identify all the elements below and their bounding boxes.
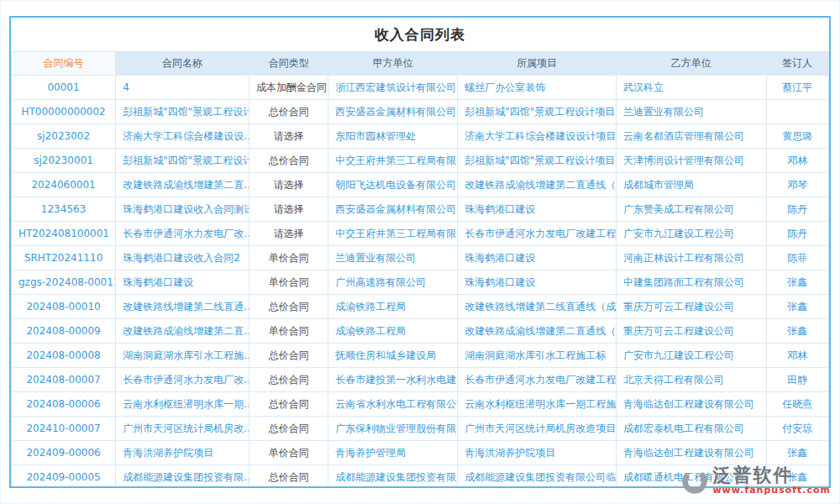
cell-name[interactable]: 彭祖新城"四馆"景观工程设计...	[116, 100, 249, 124]
cell-name[interactable]: 广州市天河区统计局机房改...	[116, 417, 249, 441]
cell-signer: 张鑫	[766, 441, 828, 465]
cell-name[interactable]: 成都能源建设集团投资有限...	[116, 465, 249, 489]
cell-name[interactable]: 湖南洞庭湖水库引水工程施...	[116, 344, 249, 368]
column-header-party_a[interactable]: 甲方单位	[328, 52, 458, 76]
cell-project: 彭祖新城"四馆"景观工程设计项目	[458, 149, 617, 173]
table-header: 合同编号合同名称合同类型甲方单位所属项目乙方单位签订人	[12, 52, 829, 76]
column-header-name[interactable]: 合同名称	[116, 52, 249, 76]
cell-name[interactable]: 改建铁路成渝线增建第二直...	[116, 173, 249, 197]
contract-list-panel: 收入合同列表 合同编号合同名称合同类型甲方单位所属项目乙方单位签订人 00001…	[9, 16, 831, 488]
cell-code[interactable]: 202409-00005	[12, 465, 116, 489]
cell-type: 总价合同	[249, 368, 328, 392]
cell-code[interactable]: HT202408100001	[12, 222, 116, 246]
cell-signer: 陈丹	[766, 197, 828, 222]
cell-name[interactable]: 彭祖新城"四馆"景观工程设计...	[116, 149, 249, 173]
cell-name[interactable]: 长春市伊通河水力发电厂改...	[116, 368, 249, 392]
cell-code[interactable]: 202408-00006	[12, 392, 116, 417]
cell-type: 单价合同	[249, 246, 328, 270]
cell-party_a: 抚顺住房和城乡建设局	[328, 344, 458, 368]
cell-name[interactable]: 4	[116, 76, 249, 100]
cell-type: 请选择	[249, 197, 328, 222]
column-header-code[interactable]: 合同编号	[12, 52, 116, 76]
cell-signer: 田静	[766, 368, 828, 392]
table-row: 202408-00010改建铁路线增建第二线直通...总价合同成渝铁路工程局改建…	[12, 295, 829, 319]
cell-code[interactable]: 202408-00008	[12, 344, 116, 368]
cell-code[interactable]: 202408-00007	[12, 368, 116, 392]
cell-party_b: 云南名都酒店管理有限公司	[616, 124, 766, 149]
cell-party_b: 成都城市管理局	[616, 173, 766, 197]
cell-type: 单价合同	[249, 270, 328, 295]
cell-party_b: 广安市九江建设工程公司	[616, 344, 766, 368]
cell-party_a: 浙江西宏建筑设计有限公司	[328, 76, 458, 100]
table-row: 202409-00005成都能源建设集团投资有限...总价合同成都能源建设集团投…	[12, 465, 829, 489]
cell-signer: 张鑫	[766, 295, 828, 319]
cell-type: 单价合同	[249, 319, 328, 344]
table-row: sj2023002济南大学工科综合楼建设设...请选择东阳市园林管理处济南大学工…	[12, 124, 829, 149]
column-header-party_b[interactable]: 乙方单位	[616, 52, 766, 76]
cell-code[interactable]: 202409-00006	[12, 441, 116, 465]
cell-code[interactable]: 202408-00009	[12, 319, 116, 344]
cell-name[interactable]: 云南水利枢纽潜明水库一期...	[116, 392, 249, 417]
cell-code[interactable]: sj20230001	[12, 149, 116, 173]
cell-code[interactable]: SRHT20241110	[12, 246, 116, 270]
table-row: 202408-00006云南水利枢纽潜明水库一期...总价合同云南省水利水电工程…	[12, 392, 829, 417]
cell-party_b: 广安市九江建设工程公司	[616, 222, 766, 246]
cell-name[interactable]: 长春市伊通河水力发电厂改...	[116, 222, 249, 246]
table-row: 202409-00006青海洪湖养护院项目单价合同青海养护管理局青海洪湖养护院项…	[12, 441, 829, 465]
cell-code[interactable]: 2024060001	[12, 173, 116, 197]
cell-type: 总价合同	[249, 149, 328, 173]
cell-code[interactable]: 00001	[12, 76, 116, 100]
cell-name[interactable]: 改建铁路线增建第二线直通...	[116, 295, 249, 319]
cell-party_a: 成渝铁路工程局	[328, 319, 458, 344]
cell-code[interactable]: 202410-00007	[12, 417, 116, 441]
cell-signer: 陈丹	[766, 222, 828, 246]
cell-project: 改建铁路线增建第二线直通线（成都-...	[458, 295, 617, 319]
table-row: 202410-00007广州市天河区统计局机房改...总价合同广东保利物业管理股…	[12, 417, 829, 441]
cell-name[interactable]: 珠海鹤港口建设收入合同测试	[116, 197, 249, 222]
cell-signer: 陈菲	[766, 246, 828, 270]
column-header-signer[interactable]: 签订人	[766, 52, 828, 76]
table-row: 202408-00007长春市伊通河水力发电厂改...总价合同长春市建投第一水利…	[12, 368, 829, 392]
cell-party_a: 成都能源建设集团投资有限...	[328, 465, 458, 489]
cell-type: 单价合同	[249, 441, 328, 465]
table-row: sj20230001彭祖新城"四馆"景观工程设计...总价合同中交王府井第三工程…	[12, 149, 829, 173]
cell-project: 湖南洞庭湖水库引水工程施工标	[458, 344, 617, 368]
page-background: 收入合同列表 合同编号合同名称合同类型甲方单位所属项目乙方单位签订人 00001…	[0, 0, 840, 504]
cell-code[interactable]: 1234563	[12, 197, 116, 222]
title-bar: 收入合同列表	[11, 18, 829, 51]
cell-party_a: 朝阳飞达机电设备有限公司	[328, 173, 458, 197]
cell-project: 珠海鹤港口建设	[458, 270, 617, 295]
cell-code[interactable]: HT00000000002	[12, 100, 116, 124]
cell-party_a: 广州高速路有限公司	[328, 270, 458, 295]
cell-code[interactable]: gzgs-202408-00011	[12, 270, 116, 295]
cell-name[interactable]: 青海洪湖养护院项目	[116, 441, 249, 465]
table-header-row: 合同编号合同名称合同类型甲方单位所属项目乙方单位签订人	[12, 52, 829, 76]
cell-party_a: 成渝铁路工程局	[328, 295, 458, 319]
cell-type: 请选择	[249, 124, 328, 149]
cell-signer: 邓琴	[766, 173, 828, 197]
cell-party_b: 中建集团路面工程有限公司	[616, 270, 766, 295]
cell-project: 珠海鹤港口建设	[458, 246, 617, 270]
cell-party_b: 重庆万可云工程建设公司	[616, 319, 766, 344]
cell-party_b: 武汉科立	[616, 76, 766, 100]
cell-signer	[766, 100, 828, 124]
cell-project: 广州市天河区统计局机房改造项目	[458, 417, 617, 441]
cell-party_b: 河南正林设计工程有限公司	[616, 246, 766, 270]
cell-type: 总价合同	[249, 295, 328, 319]
cell-name[interactable]: 珠海鹤港口建设收入合同2	[116, 246, 249, 270]
table-row: 202408-00009改建铁路成渝线增建第二直...单价合同成渝铁路工程局改建…	[12, 319, 829, 344]
table-row: HT00000000002彭祖新城"四馆"景观工程设计...总价合同西安盛器金属…	[12, 100, 829, 124]
cell-project: 长春市伊通河水力发电厂改建工程	[458, 222, 617, 246]
cell-code[interactable]: 202408-00010	[12, 295, 116, 319]
column-header-project[interactable]: 所属项目	[458, 52, 617, 76]
cell-name[interactable]: 济南大学工科综合楼建设设...	[116, 124, 249, 149]
cell-code[interactable]: sj2023002	[12, 124, 116, 149]
cell-party_b: 北京天得工程有限公司	[616, 368, 766, 392]
cell-name[interactable]: 改建铁路成渝线增建第二直...	[116, 319, 249, 344]
cell-project: 青海洪湖养护院项目	[458, 441, 617, 465]
cell-name[interactable]: 珠海鹤港口建设	[116, 270, 249, 295]
cell-type: 总价合同	[249, 465, 328, 489]
cell-signer: 任晓燕	[766, 392, 828, 417]
table-row: 1234563珠海鹤港口建设收入合同测试请选择西安盛器金属材料有限公司珠海鹤港口…	[12, 197, 829, 222]
column-header-type[interactable]: 合同类型	[249, 52, 328, 76]
